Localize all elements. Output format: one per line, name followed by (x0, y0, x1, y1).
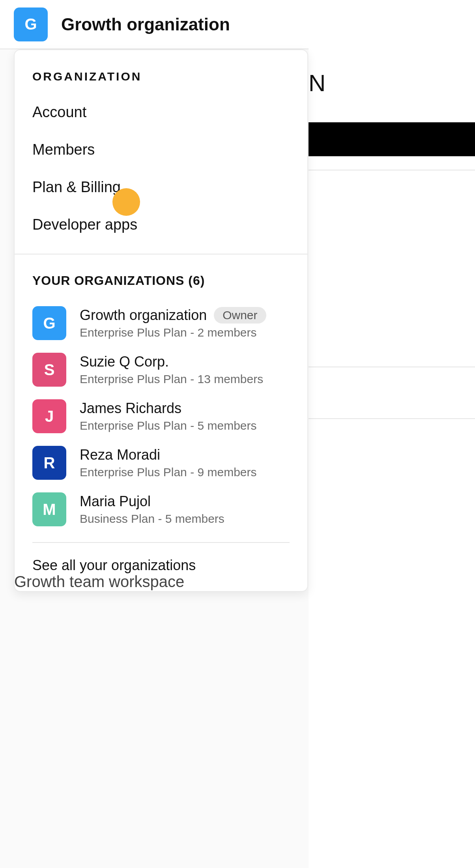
background-partial-text: N (309, 69, 325, 97)
org-name: James Richards (80, 400, 181, 417)
background-divider-1 (309, 170, 475, 170)
menu-item-members[interactable]: Members (15, 131, 307, 168)
org-meta: Enterprise Plus Plan - 2 members (80, 326, 266, 339)
background-divider-2 (309, 367, 475, 367)
org-avatar: G (14, 7, 48, 41)
menu-item-developer-apps[interactable]: Developer apps (15, 206, 307, 243)
org-avatar-icon: G (32, 306, 66, 340)
org-name: Maria Pujol (80, 493, 151, 510)
orgs-header-prefix: YOUR ORGANIZATIONS ( (32, 273, 193, 288)
org-name-line: Reza Moradi (80, 447, 257, 463)
owner-badge: Owner (214, 307, 266, 324)
org-dropdown: ORGANIZATION Account Members Plan & Bill… (14, 49, 308, 592)
org-row-suzieq[interactable]: S Suzie Q Corp. Enterprise Plus Plan - 1… (32, 346, 290, 393)
org-avatar-icon: M (32, 492, 66, 526)
org-name: Reza Moradi (80, 447, 160, 463)
org-avatar-icon: J (32, 399, 66, 433)
org-row-growth[interactable]: G Growth organization Owner Enterprise P… (32, 300, 290, 346)
background-dark-button[interactable] (309, 122, 475, 156)
org-meta: Enterprise Plus Plan - 13 members (80, 372, 263, 386)
org-name-line: Growth organization Owner (80, 307, 266, 324)
orgs-count: 6 (193, 273, 200, 288)
org-meta: Business Plan - 5 members (80, 512, 224, 526)
orgs-section: YOUR ORGANIZATIONS (6) G Growth organiza… (15, 254, 307, 537)
org-text: James Richards Enterprise Plus Plan - 5 … (80, 400, 257, 432)
org-text: Growth organization Owner Enterprise Plu… (80, 307, 266, 339)
orgs-header-suffix: ) (200, 273, 205, 288)
org-title: Growth organization (61, 15, 230, 34)
org-avatar-icon: S (32, 353, 66, 387)
menu-item-plan-billing[interactable]: Plan & Billing (15, 168, 307, 206)
orgs-header: YOUR ORGANIZATIONS (6) (32, 273, 290, 288)
menu-item-account[interactable]: Account (15, 94, 307, 131)
org-name-line: James Richards (80, 400, 257, 417)
org-name-line: Suzie Q Corp. (80, 354, 263, 370)
background-bottom-text: Growth team workspace (14, 573, 184, 591)
org-name: Growth organization (80, 307, 207, 324)
org-row-maria[interactable]: M Maria Pujol Business Plan - 5 members (32, 486, 290, 533)
org-name: Suzie Q Corp. (80, 354, 169, 370)
org-text: Suzie Q Corp. Enterprise Plus Plan - 13 … (80, 354, 263, 386)
section-label-organization: ORGANIZATION (15, 70, 307, 94)
background-divider-3 (309, 418, 475, 419)
org-row-james[interactable]: J James Richards Enterprise Plus Plan - … (32, 393, 290, 440)
org-avatar-icon: R (32, 446, 66, 480)
org-meta: Enterprise Plus Plan - 5 members (80, 419, 257, 432)
org-name-line: Maria Pujol (80, 493, 224, 510)
org-text: Maria Pujol Business Plan - 5 members (80, 493, 224, 526)
org-meta: Enterprise Plus Plan - 9 members (80, 466, 257, 479)
org-row-reza[interactable]: R Reza Moradi Enterprise Plus Plan - 9 m… (32, 440, 290, 486)
org-text: Reza Moradi Enterprise Plus Plan - 9 mem… (80, 447, 257, 479)
